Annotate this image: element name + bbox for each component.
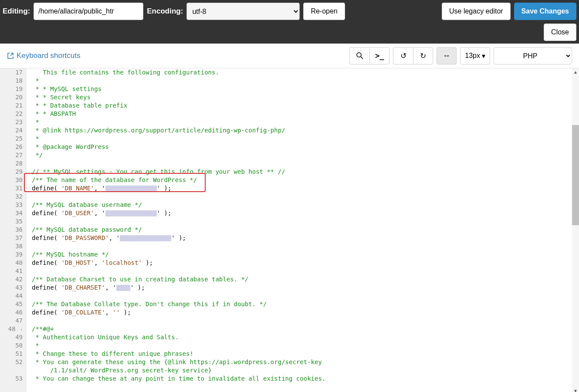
line-number: 48 ▾ [0,325,23,333]
code-line [32,159,579,168]
code-line: * [32,135,579,143]
line-number: 45 [0,300,23,308]
code-line: /** The Database Collate type. Don't cha… [32,300,579,308]
close-button[interactable]: Close [544,24,576,41]
terminal-button[interactable]: >_ [369,47,389,64]
editing-label: Editing: [3,7,30,16]
code-line: /** MySQL hostname */ [32,250,579,259]
keyboard-shortcuts-link[interactable]: Keyboard shortcuts [7,51,80,60]
code-line: * @package WordPress [32,143,579,151]
line-number: 51 [0,350,23,358]
terminal-icon: >_ [375,51,384,60]
line-number: 24 [0,126,23,135]
external-link-icon [7,52,14,59]
line-number: 49 [0,333,23,341]
line-number: 36 [0,226,23,234]
scroll-up-arrow-icon[interactable]: ▲ [572,68,579,75]
code-line: define( 'DB_COLLATE', '' ); [32,308,579,317]
line-number: 44 [0,292,23,300]
redacted-value [105,210,157,216]
line-number: 43 [0,284,23,292]
line-number: 21 [0,101,23,110]
code-line [32,242,579,250]
use-legacy-editor-button[interactable]: Use legacy editor [442,3,511,20]
code-line: * [32,341,579,350]
svg-point-0 [357,53,361,57]
code-line: * [32,118,579,126]
code-line: define( 'DB_USER', '' ); [32,209,579,217]
code-line: */ [32,151,579,159]
line-number: 27 [0,151,23,159]
code-line: /** MySQL database username */ [32,201,579,209]
line-number: 47 [0,317,23,325]
search-icon [356,52,364,60]
code-line [32,193,579,201]
reopen-button[interactable]: Re-open [303,3,345,20]
line-number: 31 [0,184,23,193]
encoding-select[interactable]: utf-8 [186,3,300,20]
line-number: 50 [0,341,23,350]
line-number: 29 [0,168,23,176]
code-line: * * MySQL settings [32,85,579,93]
keyboard-shortcuts-label: Keyboard shortcuts [17,51,80,60]
code-line [32,267,579,275]
code-line: This file contains the following configu… [32,68,579,77]
redacted-value [120,235,171,241]
language-select[interactable]: PHP [494,47,572,64]
redacted-value [105,186,157,192]
file-path-input[interactable] [34,3,143,20]
line-number: 32 [0,193,23,201]
wrap-toggle-button[interactable]: ↔ [437,47,457,64]
code-line: define( 'DB_HOST', 'localhost' ); [32,259,579,267]
line-number: 33 [0,201,23,209]
fold-marker-icon[interactable]: ▾ [19,325,23,334]
code-line: * You can change these at any point in t… [32,375,579,383]
code-line: define( 'DB_CHARSET', '' ); [32,284,579,292]
code-line: /** The name of the database for WordPre… [32,176,579,184]
code-line: * Authentication Unique Keys and Salts. [32,333,579,341]
line-number: 23 [0,118,23,126]
redo-button[interactable]: ↻ [413,47,433,64]
code-line: /** Database Charset to use in creating … [32,275,579,284]
line-number: 35 [0,217,23,226]
line-number: 26 [0,143,23,151]
code-line: /1.1/salt/ WordPress.org secret-key serv… [32,366,579,375]
editor-wrap: 17 18 19 20 21 22 23 24 25 26 27 28 29 3… [0,68,579,392]
undo-icon: ↺ [400,51,406,61]
code-line: * @link https://wordpress.org/support/ar… [32,126,579,135]
search-button[interactable] [349,47,369,64]
line-number: 53 [0,375,23,383]
line-number-gutter: 17 18 19 20 21 22 23 24 25 26 27 28 29 3… [0,68,26,392]
editor-toolbar: Keyboard shortcuts >_ ↺ ↻ ↔ 13px ▾ PHP [0,44,579,68]
line-number: 52 [0,358,23,366]
code-line: // ** MySQL settings - You can get this … [32,168,579,176]
code-line: * You can generate these using the {@lin… [32,358,579,366]
font-size-value: 13px [465,52,480,60]
code-area[interactable]: This file contains the following configu… [26,68,579,392]
code-line [32,217,579,226]
line-number: 22 [0,110,23,118]
line-number: 46 [0,308,23,317]
scrollbar-thumb[interactable] [572,125,579,225]
redo-icon: ↻ [420,51,426,61]
redacted-value [116,285,130,291]
font-size-select[interactable]: 13px ▾ [460,47,490,64]
undo-button[interactable]: ↺ [393,47,413,64]
code-line [32,292,579,300]
code-line: * * ABSPATH [32,110,579,118]
vertical-scrollbar[interactable]: ▲ ▼ [572,68,579,392]
code-line: /**#@+ [32,325,579,333]
scroll-down-arrow-icon[interactable]: ▼ [572,387,579,392]
line-number: 19 [0,85,23,93]
line-number: 39 [0,250,23,259]
line-number: 28 [0,159,23,168]
encoding-label: Encoding: [147,7,183,16]
line-number: 38 [0,242,23,250]
line-number: 20 [0,93,23,101]
line-number: 30 [0,176,23,184]
chevron-down-icon: ▾ [482,52,485,60]
save-changes-button[interactable]: Save Changes [514,3,576,20]
line-number: 18 [0,77,23,85]
code-line: * [32,77,579,85]
line-number: 42 [0,275,23,284]
